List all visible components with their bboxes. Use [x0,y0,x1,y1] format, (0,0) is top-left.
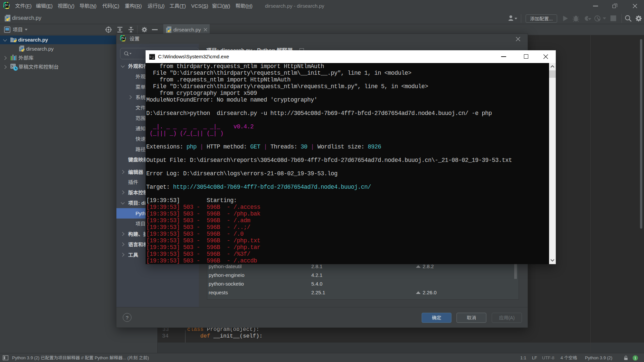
svg-text:PC: PC [121,37,124,39]
svg-text:PC: PC [5,4,8,6]
svg-text:C:\: C:\ [150,56,154,58]
